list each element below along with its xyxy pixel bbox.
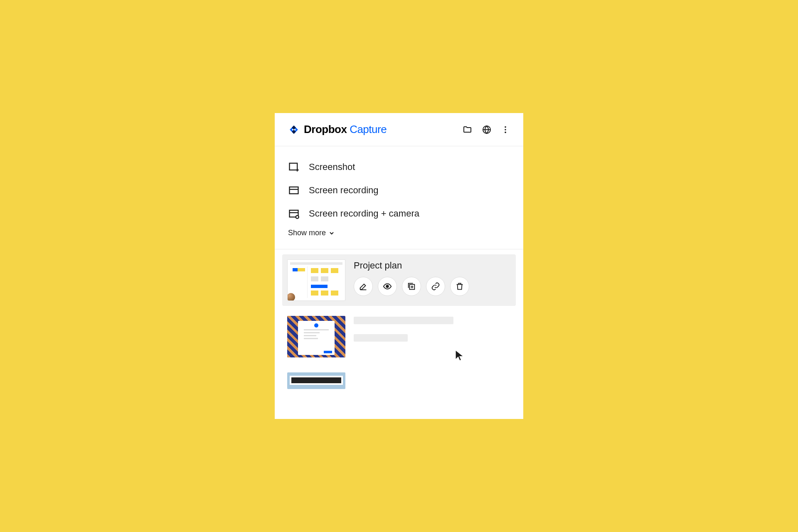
capture-title: Project plan xyxy=(354,260,511,271)
eye-icon xyxy=(383,282,392,291)
capture-options: Screenshot Screen recording Screen recor… xyxy=(275,146,523,249)
edit-button[interactable] xyxy=(354,277,373,296)
show-more-button[interactable]: Show more xyxy=(288,225,510,245)
header-actions xyxy=(463,125,510,135)
svg-point-6 xyxy=(505,129,506,131)
svg-point-15 xyxy=(296,216,299,219)
option-label: Screen recording xyxy=(309,185,379,196)
option-label: Screen recording + camera xyxy=(309,208,419,219)
view-button[interactable] xyxy=(378,277,397,296)
option-screen-recording-camera[interactable]: Screen recording + camera xyxy=(288,202,510,225)
delete-button[interactable] xyxy=(450,277,469,296)
presenter-avatar xyxy=(287,292,296,301)
capture-meta xyxy=(354,372,511,373)
placeholder-line xyxy=(354,334,408,342)
capture-panel: Dropbox Capture xyxy=(275,113,523,419)
link-icon xyxy=(431,282,440,291)
add-to-collection-icon xyxy=(407,282,416,291)
capture-item[interactable] xyxy=(282,311,516,362)
screen-recording-camera-icon xyxy=(288,208,300,219)
globe-icon[interactable] xyxy=(482,125,492,135)
panel-header: Dropbox Capture xyxy=(275,113,523,146)
chevron-down-icon xyxy=(328,230,335,236)
show-more-label: Show more xyxy=(288,229,326,237)
svg-point-5 xyxy=(505,126,506,128)
capture-item[interactable]: Project plan xyxy=(282,254,516,306)
capture-meta xyxy=(354,316,511,342)
capture-list: Project plan xyxy=(275,249,523,394)
dropbox-logo-icon xyxy=(288,124,300,135)
copy-link-button[interactable] xyxy=(426,277,445,296)
screenshot-icon xyxy=(288,161,300,173)
svg-point-17 xyxy=(386,285,389,288)
capture-thumbnail xyxy=(287,372,345,389)
trash-icon xyxy=(455,282,464,291)
capture-item[interactable] xyxy=(282,367,516,394)
brand-sub: Capture xyxy=(350,123,387,135)
brand: Dropbox Capture xyxy=(288,123,387,136)
edit-icon xyxy=(359,282,368,291)
option-screenshot[interactable]: Screenshot xyxy=(288,155,510,179)
capture-thumbnail xyxy=(287,316,345,357)
screen-recording-icon xyxy=(288,185,300,196)
brand-main: Dropbox xyxy=(304,123,347,135)
svg-rect-11 xyxy=(290,187,298,194)
more-icon[interactable] xyxy=(501,125,510,134)
add-to-collection-button[interactable] xyxy=(402,277,421,296)
capture-actions xyxy=(354,277,511,296)
option-screen-recording[interactable]: Screen recording xyxy=(288,179,510,202)
svg-point-7 xyxy=(505,131,506,133)
folder-icon[interactable] xyxy=(463,125,473,135)
svg-rect-8 xyxy=(290,163,298,170)
brand-text: Dropbox Capture xyxy=(304,123,387,136)
capture-thumbnail xyxy=(287,259,345,301)
option-label: Screenshot xyxy=(309,162,355,172)
capture-meta: Project plan xyxy=(354,259,511,296)
placeholder-line xyxy=(354,317,453,324)
